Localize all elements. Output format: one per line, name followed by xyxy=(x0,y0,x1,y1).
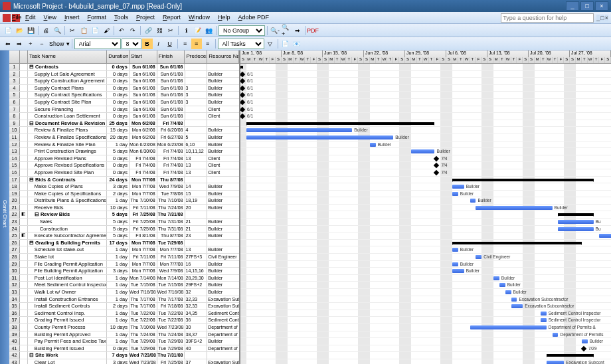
pred-cell[interactable]: 15 xyxy=(185,191,208,197)
task-row[interactable]: 40 Pay Permit Fees and Excise Taxes 1 da… xyxy=(9,338,239,345)
task-row[interactable]: 5 Supply Contract Specifications 0 days … xyxy=(9,92,239,99)
task-bar[interactable] xyxy=(452,269,464,273)
show-button[interactable]: Show xyxy=(49,41,64,47)
row-number[interactable]: 26 xyxy=(9,240,20,246)
task-row[interactable]: 3 Supply Construction Agreement 0 days S… xyxy=(9,78,239,85)
row-number[interactable]: 14 xyxy=(9,155,20,162)
task-bar[interactable] xyxy=(505,290,511,294)
task-row[interactable]: 7 Secure Financing 0 days Sun 6/1/08 Sun… xyxy=(9,106,239,114)
duration-cell[interactable]: 5 days xyxy=(107,232,130,239)
start-cell[interactable]: Tue 7/29/08 xyxy=(130,338,157,345)
resource-cell[interactable]: Excavation Sub xyxy=(207,359,239,364)
start-cell[interactable]: Tue 7/22/08 xyxy=(130,310,157,317)
row-number[interactable]: 7 xyxy=(9,106,20,113)
duration-cell[interactable]: 17 days xyxy=(107,240,130,246)
row-number[interactable]: 25 xyxy=(9,232,20,239)
finish-cell[interactable]: Sun 6/1/08 xyxy=(157,71,185,78)
milestone-icon[interactable] xyxy=(240,92,245,98)
pdf-icon[interactable]: PDF xyxy=(307,25,318,36)
finish-cell[interactable]: Fri 7/4/08 xyxy=(157,120,185,127)
duration-cell[interactable]: 0 days xyxy=(107,78,130,84)
gantt-row[interactable]: Builder xyxy=(240,338,611,345)
pred-cell[interactable]: 6,10 xyxy=(185,141,208,148)
taskname-cell[interactable]: Meet Sediment Control Inspector xyxy=(28,282,107,288)
finish-cell[interactable]: Tue 7/29/08 xyxy=(157,240,185,246)
taskname-cell[interactable]: Walk Lot w/ Owner xyxy=(28,289,107,296)
pred-cell[interactable] xyxy=(185,106,208,113)
pred-cell[interactable]: 27FS+3 days xyxy=(185,254,208,260)
duration-cell[interactable]: 0 days xyxy=(107,169,130,176)
finish-cell[interactable]: Wed 7/9/08 xyxy=(157,183,185,190)
gantt-row[interactable]: Civil Engineer xyxy=(240,254,611,261)
resource-cell[interactable]: Builder xyxy=(207,197,239,204)
finish-cell[interactable]: Thu 7/24/08 xyxy=(157,205,185,211)
duration-cell[interactable]: 0 days xyxy=(107,99,130,106)
task-row[interactable]: 22 ◧ ⊟ Review Bids 5 days Fri 7/25/08 Th… xyxy=(9,211,239,219)
row-number[interactable]: 28 xyxy=(9,254,20,260)
task-row[interactable]: 24 Construction 5 days Fri 7/25/08 Thu 7… xyxy=(9,226,239,233)
minimize-button[interactable]: _ xyxy=(566,1,579,11)
undo-icon[interactable]: ↶ xyxy=(116,25,127,36)
resource-cell[interactable]: Builder xyxy=(207,148,239,155)
finish-cell[interactable]: Thu 7/31/08 xyxy=(157,211,185,218)
duration-cell[interactable]: 1 day xyxy=(107,310,130,317)
start-cell[interactable]: Mon 7/7/08 xyxy=(130,246,157,253)
start-cell[interactable]: Wed 7/23/08 xyxy=(130,359,157,364)
duration-cell[interactable]: 5 days xyxy=(107,226,130,232)
row-number[interactable]: 6 xyxy=(9,99,20,106)
start-cell[interactable]: Fri 7/25/08 xyxy=(130,226,157,232)
gantt-row[interactable]: 7/4 xyxy=(240,162,611,169)
milestone-icon[interactable] xyxy=(240,100,245,105)
row-number[interactable]: 31 xyxy=(9,275,20,282)
row-number[interactable]: 23 xyxy=(9,219,20,225)
taskname-cell[interactable]: ⊟ Review Bids xyxy=(28,211,107,218)
pred-cell[interactable]: 13 xyxy=(185,155,208,162)
start-cell[interactable]: Mon 6/30/08 xyxy=(130,148,157,155)
gantt-row[interactable]: Builder xyxy=(240,261,611,268)
duration-cell[interactable]: 20 days xyxy=(107,134,130,141)
menu-format[interactable]: Format xyxy=(83,14,110,22)
task-row[interactable]: 14 Approve Revised Plans 0 days Fri 7/4/… xyxy=(9,155,239,163)
task-row[interactable]: 37 Grading Permit Issued 1 day Tue 7/22/… xyxy=(9,317,239,324)
copy-icon[interactable]: 📋 xyxy=(78,25,89,36)
duration-cell[interactable]: 10 days xyxy=(107,205,130,211)
taskname-cell[interactable]: Sediment Control Insp. xyxy=(28,310,107,317)
milestone-icon[interactable] xyxy=(240,106,245,112)
taskname-cell[interactable]: ⊟ Document Review & Revision xyxy=(28,120,107,127)
duration-cell[interactable]: 3 days xyxy=(107,268,130,274)
task-row[interactable]: 13 Print Construction Drawings 5 days Mo… xyxy=(9,148,239,155)
taskname-cell[interactable]: Make Copies of Plans xyxy=(28,183,107,190)
taskname-cell[interactable]: Install Construction Entrance xyxy=(28,296,107,303)
row-number[interactable]: 12 xyxy=(9,141,20,148)
milestone-icon[interactable] xyxy=(434,170,439,175)
row-number[interactable]: 4 xyxy=(9,85,20,92)
resource-cell[interactable]: Client xyxy=(207,162,239,169)
start-cell[interactable]: Mon 7/7/08 xyxy=(130,240,157,246)
start-cell[interactable]: Mon 7/7/08 xyxy=(130,183,157,190)
finish-cell[interactable]: Thu 8/7/08 xyxy=(157,177,185,183)
pred-cell[interactable]: 3 xyxy=(185,92,208,98)
taskname-cell[interactable]: Post Lot Identification xyxy=(28,275,107,282)
week-header[interactable]: Jul 6, '08 xyxy=(446,50,487,57)
resource-cell[interactable]: Builder xyxy=(207,205,239,211)
gantt-row[interactable]: Builder xyxy=(240,127,611,134)
summary-bar[interactable] xyxy=(547,354,594,357)
row-number[interactable]: 9 xyxy=(9,120,20,127)
row-number[interactable]: 35 xyxy=(9,303,20,310)
finish-cell[interactable]: Sun 6/1/08 xyxy=(157,78,185,84)
filter-select[interactable]: All Tasks xyxy=(218,39,264,49)
taskname-cell[interactable]: ⊟ Contracts xyxy=(28,64,107,70)
gantt-row[interactable] xyxy=(240,177,611,184)
resource-cell[interactable]: Sediment Contr xyxy=(207,317,239,323)
task-bar[interactable] xyxy=(541,312,547,316)
pred-cell[interactable]: 14,15,16 xyxy=(185,268,208,274)
pred-cell[interactable] xyxy=(185,177,207,183)
taskname-cell[interactable]: Approve Revised Plans xyxy=(28,155,107,162)
gantt-row[interactable] xyxy=(240,120,611,128)
week-header[interactable]: Jul 13, '08 xyxy=(487,50,529,57)
task-row[interactable]: 2 Supply Lot Sale Agreement 0 days Sun 6… xyxy=(9,71,239,78)
pred-cell[interactable]: 32,33 xyxy=(185,296,208,303)
gantt-row[interactable]: Bu xyxy=(240,219,611,226)
font-select[interactable]: Arial xyxy=(74,39,121,49)
gantt-row[interactable]: 6/1 xyxy=(240,71,611,78)
